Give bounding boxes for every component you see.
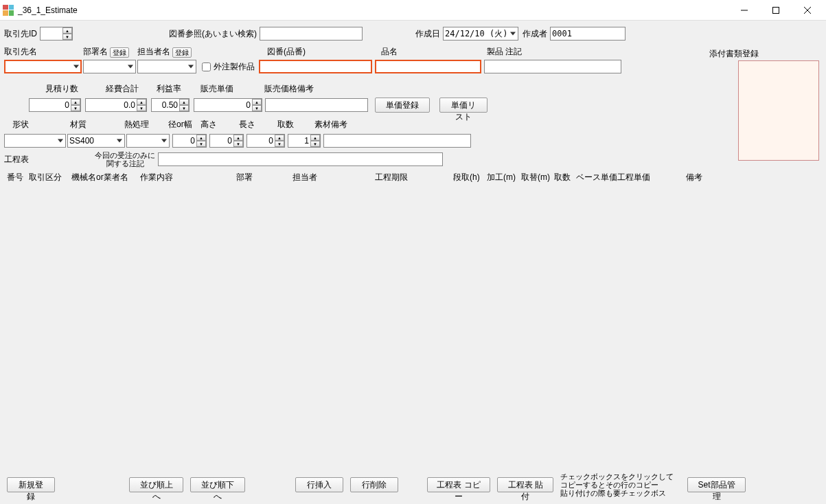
client-id-label: 取引先ID — [4, 28, 40, 40]
diam-label: 径or幅 — [168, 119, 192, 130]
process-table-label: 工程表 — [4, 154, 29, 165]
col-change: 取替(m) — [521, 172, 554, 183]
order-down-button[interactable]: 並び順下へ — [190, 477, 244, 492]
product-note-label: 製品 注記 — [487, 46, 522, 58]
row-insert-button[interactable]: 行挿入 — [295, 477, 343, 492]
order-note-label: 今回の受注のみに 関する注記 — [95, 151, 155, 168]
cnt-input[interactable]: ▲▼ — [288, 134, 321, 148]
col-machine: 機械名or業者名 — [71, 172, 140, 183]
client-id-input[interactable]: ▲▼ — [40, 27, 73, 41]
drawing-search-label: 図番参照(あいまい検索) — [169, 28, 257, 40]
expense-label: 経費合計 — [106, 83, 139, 95]
window-title: _36_1_Estimate — [18, 5, 729, 15]
mat-note-label: 素材備考 — [314, 119, 347, 130]
col-base: ベース単価 — [576, 172, 617, 183]
shape-label: 形状 — [12, 119, 29, 130]
sell-note-label: 販売価格備考 — [264, 83, 314, 95]
col-dept: 部署 — [236, 172, 292, 183]
person-label: 担当者名 — [137, 46, 170, 58]
dept-register-button[interactable]: 登録 — [110, 47, 129, 58]
product-name-input[interactable] — [375, 60, 481, 73]
col-proc-unit: 工程単価 — [617, 172, 686, 183]
sell-note-input[interactable] — [265, 98, 368, 112]
row-delete-button[interactable]: 行削除 — [350, 477, 398, 492]
shape-combo[interactable] — [4, 134, 66, 148]
height-input[interactable]: ▲▼ — [209, 134, 244, 148]
client-name-combo[interactable] — [4, 60, 82, 73]
profit-input[interactable]: ▲▼ — [151, 98, 190, 112]
col-person: 担当者 — [292, 172, 375, 183]
qty-label: 見積り数 — [45, 83, 78, 95]
expense-input[interactable]: ▲▼ — [85, 98, 147, 112]
col-cnt: 取数 — [554, 172, 576, 183]
create-date-label: 作成日 — [415, 28, 440, 40]
drawing-search-input[interactable] — [260, 27, 363, 41]
create-date-input[interactable] — [443, 27, 518, 41]
creator-label: 作成者 — [523, 28, 547, 40]
sell-unit-label: 販売単価 — [200, 83, 233, 95]
process-table-header: 番号 取引区分 機械名or業者名 作業内容 部署 担当者 工程期限 段取(h) … — [4, 172, 822, 183]
length-label: 長さ — [239, 119, 255, 130]
titlebar: _36_1_Estimate — [0, 0, 826, 21]
drawing-no-label: 図番(品番) — [267, 46, 306, 58]
col-process: 加工(m) — [487, 172, 521, 183]
process-copy-button[interactable]: 工程表 コピー — [427, 477, 491, 492]
product-name-label: 品名 — [381, 46, 398, 58]
client-name-label: 取引先名 — [4, 46, 42, 58]
cnt-label: 取数 — [277, 119, 294, 130]
person-combo[interactable] — [137, 60, 196, 73]
col-note: 備考 — [686, 172, 713, 183]
minimize-button[interactable] — [729, 0, 760, 21]
bottom-toolbar: 新規登録 並び順上へ 並び順下へ 行挿入 行削除 工程表 コピー 工程表 貼付 … — [0, 472, 826, 497]
col-type: 取引区分 — [29, 172, 71, 183]
process-paste-button[interactable]: 工程表 貼付 — [497, 477, 553, 492]
diam-input[interactable]: ▲▼ — [172, 134, 207, 148]
dept-combo[interactable] — [83, 60, 136, 73]
heat-label: 熱処理 — [124, 119, 149, 130]
col-work: 作業内容 — [140, 172, 236, 183]
material-combo[interactable] — [67, 134, 125, 148]
dept-label: 部署名 — [83, 46, 108, 58]
drawing-no-input[interactable] — [259, 60, 372, 73]
col-no: 番号 — [7, 172, 29, 183]
col-setup: 段取(h) — [453, 172, 487, 183]
order-up-button[interactable]: 並び順上へ — [129, 477, 183, 492]
sell-unit-input[interactable]: ▲▼ — [194, 98, 262, 112]
creator-input[interactable] — [550, 27, 626, 41]
app-icon — [3, 5, 14, 16]
outsource-checkbox[interactable] — [202, 62, 211, 71]
unit-register-button[interactable]: 単価登録 — [375, 98, 430, 113]
maximize-button[interactable] — [760, 0, 792, 21]
height-label: 高さ — [200, 119, 217, 130]
set-parts-button[interactable]: Set部品管理 — [687, 477, 745, 492]
attach-label: 添付書類登録 — [709, 48, 759, 60]
mat-note-input[interactable] — [323, 134, 471, 148]
attach-box[interactable] — [738, 60, 819, 161]
close-button[interactable] — [792, 0, 823, 21]
heat-combo[interactable] — [126, 134, 170, 148]
material-label: 材質 — [70, 119, 87, 130]
svg-rect-1 — [773, 7, 779, 13]
profit-label: 利益率 — [157, 83, 181, 95]
person-register-button[interactable]: 登録 — [172, 47, 192, 58]
qty-input[interactable]: ▲▼ — [29, 98, 81, 112]
unit-list-button[interactable]: 単価リスト — [439, 98, 487, 113]
order-note-input[interactable] — [158, 152, 443, 166]
col-deadline: 工程期限 — [375, 172, 453, 183]
copy-hint: チェックボックスをクリックして コピーするとその行のコピー 貼り付けの際も要チェ… — [560, 472, 674, 497]
new-button[interactable]: 新規登録 — [7, 477, 55, 492]
product-note-input[interactable] — [484, 60, 621, 73]
length-input[interactable]: ▲▼ — [246, 134, 285, 148]
outsource-label: 外注製作品 — [214, 61, 255, 73]
